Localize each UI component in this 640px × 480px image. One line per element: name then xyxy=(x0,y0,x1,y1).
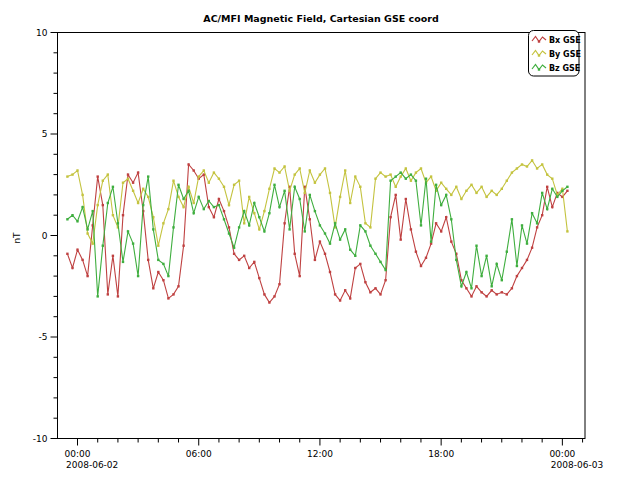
data-point xyxy=(364,222,366,224)
data-point xyxy=(283,165,285,167)
data-point xyxy=(71,173,73,175)
data-point xyxy=(81,206,83,208)
data-point xyxy=(384,175,386,177)
data-point xyxy=(324,167,326,169)
data-point xyxy=(339,238,341,240)
data-point xyxy=(86,232,88,234)
series-bz-gse xyxy=(66,171,568,297)
data-point xyxy=(400,175,402,177)
plot-area: AC/MFI Magnetic Field, Cartesian GSE coo… xyxy=(0,0,640,480)
data-point xyxy=(137,202,139,204)
x-tick-label: 12:00 xyxy=(307,449,333,459)
data-point xyxy=(208,200,210,202)
x-tick-label: 00:00 xyxy=(65,449,91,459)
data-point xyxy=(354,255,356,257)
data-point xyxy=(491,190,493,192)
data-point xyxy=(132,242,134,244)
data-point xyxy=(263,230,265,232)
data-point xyxy=(405,167,407,169)
data-point xyxy=(531,247,533,249)
data-point xyxy=(107,173,109,175)
data-point xyxy=(253,202,255,204)
y-tick-label: 10 xyxy=(36,28,48,38)
data-point xyxy=(182,206,184,208)
data-point xyxy=(294,253,296,255)
data-point xyxy=(516,265,518,267)
data-point xyxy=(81,259,83,261)
data-point xyxy=(112,255,114,257)
data-point xyxy=(213,206,215,208)
data-point xyxy=(329,242,331,244)
data-point xyxy=(137,275,139,277)
data-point xyxy=(86,275,88,277)
data-point xyxy=(147,259,149,261)
data-point xyxy=(263,293,265,295)
data-point xyxy=(546,173,548,175)
data-point xyxy=(309,218,311,220)
data-point xyxy=(460,198,462,200)
data-point xyxy=(243,222,245,224)
data-point xyxy=(546,186,548,188)
data-point xyxy=(299,275,301,277)
data-point xyxy=(501,188,503,190)
data-point xyxy=(228,226,230,228)
data-point xyxy=(440,204,442,206)
data-point xyxy=(435,222,437,224)
legend-label-bz-gse: Bz GSE xyxy=(549,64,580,73)
data-point xyxy=(349,297,351,299)
data-point xyxy=(511,287,513,289)
data-point xyxy=(516,167,518,169)
data-point xyxy=(152,287,154,289)
data-point xyxy=(389,216,391,218)
data-point xyxy=(501,291,503,293)
data-point xyxy=(541,163,543,165)
data-point xyxy=(485,196,487,198)
chart-image: AC/MFI Magnetic Field, Cartesian GSE coo… xyxy=(0,0,640,480)
data-point xyxy=(324,232,326,234)
data-point xyxy=(157,259,159,261)
data-point xyxy=(485,255,487,257)
data-point xyxy=(410,180,412,182)
data-point xyxy=(526,259,528,261)
data-point xyxy=(86,228,88,230)
legend-label-bx-gse: Bx GSE xyxy=(549,36,581,45)
data-point xyxy=(314,210,316,212)
data-point xyxy=(238,259,240,261)
data-point xyxy=(172,180,174,182)
data-point xyxy=(92,242,94,244)
data-point xyxy=(253,212,255,214)
data-point xyxy=(102,245,104,247)
data-point xyxy=(425,178,427,180)
data-point xyxy=(339,196,341,198)
data-point xyxy=(127,178,129,180)
data-point xyxy=(253,261,255,263)
data-point xyxy=(278,206,280,208)
x-tick-label: 18:00 xyxy=(428,449,454,459)
data-point xyxy=(389,180,391,182)
data-point xyxy=(273,184,275,186)
data-point xyxy=(258,228,260,230)
data-point xyxy=(496,194,498,196)
data-point xyxy=(66,218,68,220)
data-point xyxy=(258,277,260,279)
data-point xyxy=(480,186,482,188)
data-point xyxy=(354,175,356,177)
data-point xyxy=(506,293,508,295)
data-point xyxy=(364,230,366,232)
data-point xyxy=(369,291,371,293)
data-point xyxy=(172,293,174,295)
data-point xyxy=(76,220,78,222)
legend-marker xyxy=(538,54,540,56)
data-point xyxy=(193,169,195,171)
data-point xyxy=(556,196,558,198)
data-point xyxy=(551,178,553,180)
data-point xyxy=(369,245,371,247)
data-point xyxy=(389,173,391,175)
data-point xyxy=(187,163,189,165)
data-series xyxy=(66,159,568,303)
data-point xyxy=(465,287,467,289)
data-point xyxy=(329,271,331,273)
data-point xyxy=(324,253,326,255)
data-point xyxy=(374,287,376,289)
data-point xyxy=(76,169,78,171)
